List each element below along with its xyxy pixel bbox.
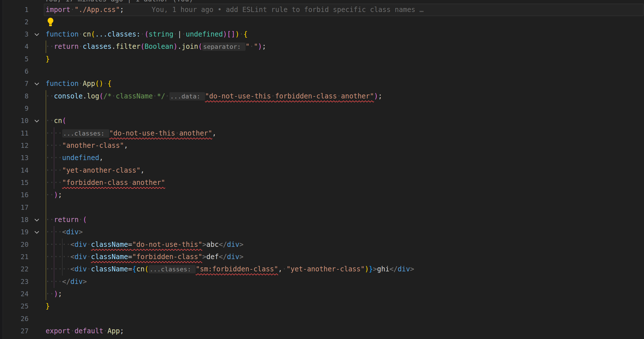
chevron-down-icon[interactable] — [32, 28, 42, 41]
code-line-17[interactable]: 17 — [0, 201, 644, 214]
lightbulb-icon[interactable] — [47, 17, 54, 28]
code-line-12[interactable]: 12····"another-class", — [0, 140, 644, 152]
whitespace-dot: · — [66, 241, 70, 249]
code-token: < — [70, 241, 74, 249]
code-text[interactable]: function·App()·{ — [46, 78, 112, 90]
code-text[interactable]: ······<div·className="forbidden-class">d… — [46, 251, 244, 263]
whitespace-dot: · — [103, 327, 107, 335]
code-token: undefined — [62, 154, 99, 162]
code-token: ·( — [140, 30, 149, 38]
whitespace-dot: · — [50, 43, 54, 51]
code-token: ...classes: — [95, 30, 140, 38]
whitespace-dot: · — [337, 92, 341, 100]
chevron-down-icon[interactable] — [32, 226, 42, 238]
code-text[interactable]: ····</div> — [46, 276, 87, 288]
code-line-5[interactable]: 5} — [0, 53, 644, 65]
code-line-15[interactable]: 15····"forbidden-class·another" — [0, 177, 644, 189]
code-line-20[interactable]: 20······<div·className="do-not-use-this"… — [0, 239, 644, 251]
code-token: ) — [223, 30, 227, 38]
code-text[interactable]: ······<div·className={cn(...classes: "sm… — [46, 263, 414, 275]
code-text[interactable]: import·"./App.css";You, 1 hour ago • add… — [46, 4, 424, 16]
code-line-25[interactable]: 25} — [0, 300, 644, 312]
whitespace-dot: · — [66, 253, 70, 261]
code-text[interactable]: ··console.log(/*·className·*/·...data: "… — [46, 90, 382, 102]
code-text[interactable]: ······<div·className="do-not-use-this">a… — [46, 239, 244, 251]
code-token: log — [87, 92, 99, 100]
code-token: ( — [99, 92, 103, 100]
code-text[interactable]: ····undefined, — [46, 152, 103, 164]
code-line-7[interactable]: 7function·App()·{ — [0, 78, 644, 90]
code-line-16[interactable]: 16··); — [0, 189, 644, 201]
whitespace-dot: · — [54, 228, 58, 236]
code-token: > — [202, 241, 206, 249]
code-line-21[interactable]: 21······<div·className="forbidden-class"… — [0, 251, 644, 263]
code-line-8[interactable]: 8··console.log(/*·className·*/·...data: … — [0, 90, 644, 102]
code-text[interactable]: ····"yet-another-class", — [46, 164, 145, 177]
whitespace-dot: · — [70, 6, 74, 14]
code-line-4[interactable]: 4··return·classes.filter(Boolean).join(s… — [0, 41, 644, 53]
code-text[interactable]: ··return·( — [46, 214, 87, 226]
whitespace-dot: · — [54, 241, 58, 249]
chevron-down-icon[interactable] — [32, 115, 42, 127]
code-token: filter — [116, 43, 141, 51]
chevron-down-icon[interactable] — [32, 78, 42, 90]
code-line-6[interactable]: 6 — [0, 65, 644, 78]
code-line-26[interactable]: 26 — [0, 313, 644, 325]
inlay-hint: separator: — [202, 43, 246, 51]
code-token: </ — [389, 265, 398, 273]
line-number: 5 — [0, 53, 29, 65]
code-line-27[interactable]: 27export·default·App; — [0, 325, 644, 337]
code-line-18[interactable]: 18··return·( — [0, 214, 644, 226]
whitespace-dot: · — [58, 278, 62, 286]
code-token: export — [46, 327, 70, 335]
code-text[interactable]: } — [46, 300, 50, 312]
code-text[interactable]: ····"forbidden-class·another" — [46, 177, 165, 189]
whitespace-dot: · — [50, 241, 54, 249]
code-text[interactable]: ····<div> — [46, 226, 83, 238]
code-line-11[interactable]: 11····...classes: "do-not-use-this·anoth… — [0, 127, 644, 140]
code-line-9[interactable]: 9 — [0, 102, 644, 115]
code-line-10[interactable]: 10··cn( — [0, 115, 644, 127]
code-line-14[interactable]: 14····"yet-another-class", — [0, 164, 644, 177]
code-text[interactable]: ····"another-class", — [46, 140, 128, 152]
code-text[interactable]: } — [46, 53, 50, 65]
code-line-19[interactable]: 19····<div> — [0, 226, 644, 238]
whitespace-dot: · — [54, 166, 58, 174]
code-text[interactable]: function·cn(...classes:·(string·|·undefi… — [46, 28, 248, 41]
code-token: } — [369, 265, 373, 273]
code-line-22[interactable]: 22······<div·className={cn(...classes: "… — [0, 263, 644, 275]
chevron-down-icon[interactable] — [32, 214, 42, 226]
code-text[interactable]: ··); — [46, 288, 62, 300]
code-token: ·default — [70, 327, 104, 335]
code-token: "do-not-use-this" — [132, 241, 202, 249]
code-line-2[interactable]: 2 — [0, 16, 644, 28]
code-token: ; — [378, 92, 382, 100]
code-token: join — [182, 43, 198, 51]
eslint-error-squiggle: "sm:forbidden-class" — [196, 265, 278, 273]
code-text[interactable]: ··); — [46, 189, 62, 201]
whitespace-dot: · — [271, 92, 275, 100]
eslint-error-squiggle: className="do-not-use-this" — [91, 241, 202, 249]
code-token: div — [70, 278, 83, 286]
code-token: /*·className·*/ — [103, 92, 165, 100]
code-token: ·"./App.css" — [70, 6, 120, 14]
code-token: def — [206, 253, 219, 261]
code-token: console — [54, 92, 83, 100]
whitespace-dot: · — [153, 92, 157, 100]
code-text[interactable]: ··return·classes.filter(Boolean).join(se… — [46, 41, 266, 53]
code-token: < — [70, 265, 74, 273]
code-text[interactable]: export·default·App; — [46, 325, 124, 337]
line-number: 18 — [0, 214, 29, 226]
code-line-13[interactable]: 13····undefined, — [0, 152, 644, 164]
code-line-24[interactable]: 24··); — [0, 288, 644, 300]
code-token: div — [227, 253, 239, 261]
whitespace-dot: · — [46, 154, 50, 162]
code-line-1[interactable]: 1import·"./App.css";You, 1 hour ago • ad… — [0, 4, 644, 16]
code-line-3[interactable]: 3function·cn(...classes:·(string·|·undef… — [0, 28, 644, 41]
inlay-hint: ...classes: — [62, 129, 109, 138]
code-line-23[interactable]: 23····</div> — [0, 276, 644, 288]
whitespace-dot: · — [250, 43, 254, 51]
code-editor[interactable]: 1import·"./App.css";You, 1 hour ago • ad… — [0, 0, 644, 339]
code-text[interactable]: ····...classes: "do-not-use-this·another… — [46, 127, 216, 140]
code-text[interactable]: ··cn( — [46, 115, 66, 127]
